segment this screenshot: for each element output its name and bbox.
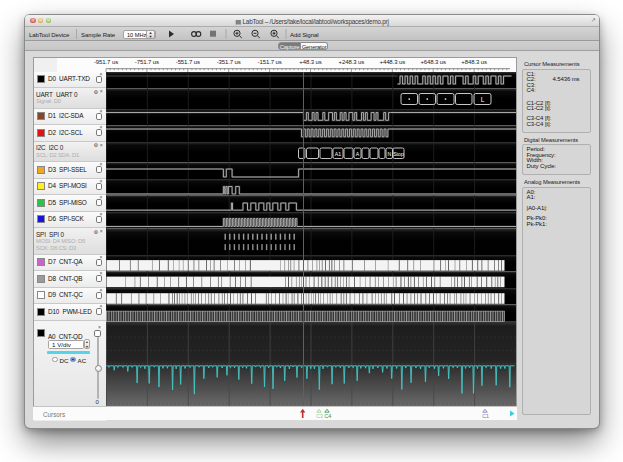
svg-text:Stop: Stop (393, 150, 404, 156)
svg-text:A1: A1 (334, 150, 340, 156)
svg-text:N: N (387, 150, 391, 156)
svg-text:L: L (480, 95, 484, 102)
svg-text:C1: C1 (482, 413, 489, 419)
svg-text:A: A (355, 150, 359, 156)
svg-text:C3: C3 (316, 413, 323, 419)
svg-text:C4: C4 (324, 413, 331, 419)
